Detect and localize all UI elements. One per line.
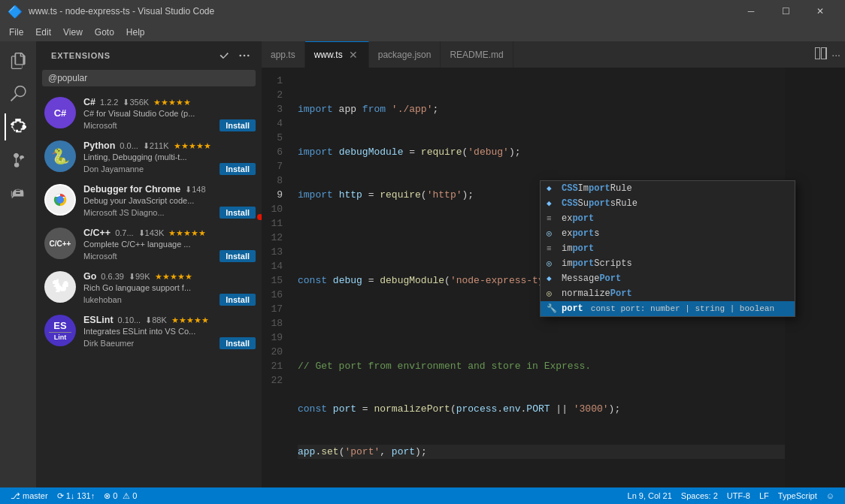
ac-item-import[interactable]: ≡ import <box>541 241 795 256</box>
code-editor: 1 2 3 4 5 6 7 8 9 10 11 12 13 14 15 16 1… <box>262 68 845 487</box>
install-python-button[interactable]: Install <box>220 163 256 175</box>
titlebar: 🔷 www.ts - node-express-ts - Visual Stud… <box>0 0 845 23</box>
activity-git[interactable] <box>5 146 32 174</box>
ac-item-messageport[interactable]: ◆ MessagePort <box>541 271 795 286</box>
filter-extensions-icon[interactable] <box>217 47 233 64</box>
ac-item-port[interactable]: 🔧 port const port: number | string | boo… <box>541 301 795 316</box>
branch-name: master <box>23 491 48 500</box>
status-feedback[interactable]: ☺ <box>822 487 839 504</box>
ext-downloads-go: ⬇99K <box>129 272 150 282</box>
ac-item-cssimportrule[interactable]: ◆ CSSImportRule <box>541 181 795 196</box>
ac-icon-keyword2: ≡ <box>547 242 557 256</box>
status-language[interactable]: TypeScript <box>774 487 822 504</box>
line-num-6: 6 <box>268 145 283 159</box>
activity-explorer[interactable] <box>5 47 32 74</box>
ac-label: export <box>562 212 594 226</box>
editor-area: app.ts www.ts ✕ package.json README.md ·… <box>262 41 845 487</box>
ac-icon-fn: ◎ <box>547 287 557 301</box>
code-line-1: import app from './app'; <box>298 102 785 116</box>
ext-item-python[interactable]: 🐍 Python 0.0... ⬇211K ★★★★★ Linting, Deb… <box>36 136 262 180</box>
feedback-icon: ☺ <box>826 491 834 500</box>
install-cpp-button[interactable]: Install <box>220 250 256 262</box>
ext-item-chrome-debugger[interactable]: Debugger for Chrome ⬇148 Debug your Java… <box>36 180 262 223</box>
activity-search[interactable] <box>5 80 32 107</box>
status-encoding[interactable]: UTF-8 <box>722 487 755 504</box>
menu-goto[interactable]: Goto <box>89 26 120 39</box>
ext-item-go[interactable]: 🐿 Go 0.6.39 ⬇99K ★★★★★ Rich Go language … <box>36 267 262 310</box>
tab-readme-md[interactable]: README.md <box>441 41 513 68</box>
ac-label: exports <box>562 227 599 241</box>
tab-www-ts[interactable]: www.ts ✕ <box>305 41 369 68</box>
line-num-2: 2 <box>268 88 283 102</box>
line-num-19: 19 <box>268 330 283 345</box>
maximize-button[interactable]: ☐ <box>768 0 803 23</box>
ext-item-eslint[interactable]: ESLint ESLint 0.10... ⬇88K ★★★★★ Integra… <box>36 310 262 354</box>
ac-label: CSSImportRule <box>562 182 632 196</box>
ext-item-csharp[interactable]: C# C# 1.2.2 ⬇356K ★★★★★ C# for Visual St… <box>36 92 262 136</box>
ac-item-csssupportsrule[interactable]: ◆ CSSSuportsRule <box>541 196 795 211</box>
status-spaces[interactable]: Spaces: 2 <box>677 487 722 504</box>
ext-author-cpp: Microsoft <box>83 252 117 261</box>
ext-desc-eslint: Integrates ESLint into VS Co... <box>83 327 256 336</box>
more-tabs-icon[interactable]: ··· <box>831 49 840 61</box>
line-num-13: 13 <box>268 245 283 259</box>
sidebar-header-icons <box>217 47 253 64</box>
ac-item-exports[interactable]: ◎ exports <box>541 226 795 241</box>
activity-extensions[interactable] <box>5 113 32 140</box>
warning-icon: ⚠ <box>123 491 130 501</box>
ext-downloads-cpp: ⬇143K <box>138 228 165 238</box>
line-num-22: 22 <box>268 373 283 388</box>
line-num-4: 4 <box>268 116 283 131</box>
tab-label-package-json: package.json <box>378 50 432 60</box>
ac-item-normalizeport[interactable]: ◎ normalizePort <box>541 286 795 301</box>
menu-view[interactable]: View <box>57 26 89 39</box>
ext-downloads-csharp: ⬇356K <box>123 98 149 107</box>
status-line-endings[interactable]: LF <box>755 487 774 504</box>
status-errors[interactable]: ⊗ 0 ⚠ 0 <box>99 487 141 504</box>
install-csharp-button[interactable]: Install <box>220 119 256 131</box>
ext-author-python: Don Jayamanne <box>83 164 144 174</box>
ext-info-python: Python 0.0... ⬇211K ★★★★★ Linting, Debug… <box>83 140 256 175</box>
ext-info-go: Go 0.6.39 ⬇99K ★★★★★ Rich Go language su… <box>83 271 256 306</box>
line-num-16: 16 <box>268 288 283 302</box>
tab-label-www-ts: www.ts <box>314 50 343 60</box>
line-num-20: 20 <box>268 345 283 359</box>
ext-info-chrome: Debugger for Chrome ⬇148 Debug your Java… <box>83 184 256 219</box>
tab-package-json[interactable]: package.json <box>369 41 441 68</box>
ext-icon-chrome <box>44 184 76 216</box>
encoding-label: UTF-8 <box>727 491 750 500</box>
more-actions-icon[interactable] <box>236 47 253 64</box>
error-count: 0 <box>113 491 117 500</box>
ext-stars-csharp: ★★★★★ <box>153 98 191 107</box>
status-position[interactable]: Ln 9, Col 21 <box>623 487 677 504</box>
menu-edit[interactable]: Edit <box>29 26 57 39</box>
ext-item-cpp[interactable]: C/C++ C/C++ 0.7... ⬇143K ★★★★★ Complete … <box>36 223 262 267</box>
line-num-5: 5 <box>268 131 283 145</box>
ac-item-importscripts[interactable]: ◎ importScripts <box>541 256 795 271</box>
sidebar: EXTENSIONS C# C# 1.2.2 ⬇356K ★★★★★ <box>36 41 262 487</box>
code-line-2: import debugModule = require('debug'); <box>298 145 785 159</box>
tab-close-www-ts[interactable]: ✕ <box>347 49 359 61</box>
install-eslint-button[interactable]: Install <box>220 337 256 349</box>
install-chrome-button[interactable]: Install <box>220 207 256 219</box>
extensions-search-input[interactable] <box>42 70 256 86</box>
activity-bar <box>0 41 36 487</box>
minimize-button[interactable]: ─ <box>734 0 768 23</box>
status-sync[interactable]: ⟳ 1↓ 131↑ <box>53 487 100 504</box>
svg-point-2 <box>247 55 250 57</box>
menu-help[interactable]: Help <box>120 26 151 39</box>
close-button[interactable]: ✕ <box>803 0 837 23</box>
line-num-11: 11 <box>268 216 283 231</box>
ext-icon-csharp: C# <box>44 97 76 128</box>
svg-point-1 <box>244 55 246 57</box>
ac-item-export[interactable]: ≡ export <box>541 211 795 226</box>
install-go-button[interactable]: Install <box>220 294 256 306</box>
error-icon: ⊗ <box>104 491 111 501</box>
status-git-branch[interactable]: ⎇ master <box>6 487 53 504</box>
activity-debug[interactable] <box>5 180 32 207</box>
menu-file[interactable]: File <box>3 26 29 39</box>
split-editor-icon[interactable] <box>815 47 827 62</box>
tab-app-ts[interactable]: app.ts <box>262 41 305 68</box>
line-num-1: 1 <box>268 74 283 88</box>
statusbar: ⎇ master ⟳ 1↓ 131↑ ⊗ 0 ⚠ 0 Ln 9, Col 21 … <box>0 487 845 504</box>
